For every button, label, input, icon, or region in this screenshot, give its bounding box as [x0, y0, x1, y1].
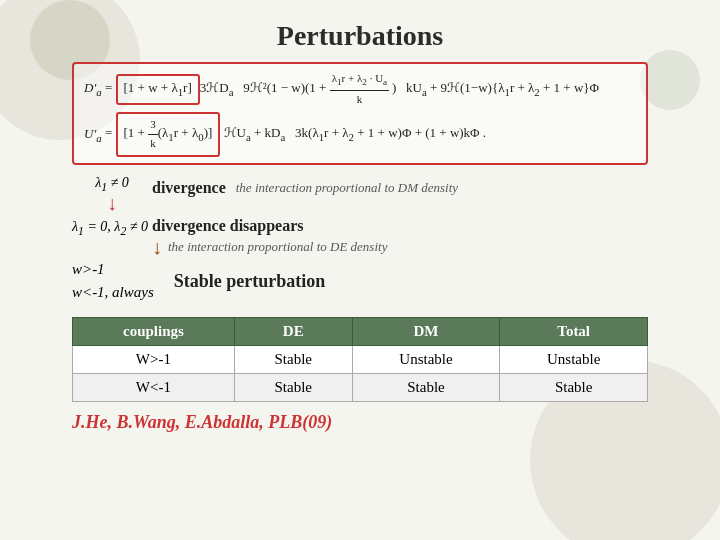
citation: J.He, B.Wang, E.Abdalla, PLB(09)	[72, 412, 648, 433]
cell-dm-0: Unstable	[352, 346, 500, 374]
table-row: W>-1StableUnstableUnstable	[73, 346, 648, 374]
results-table-section: couplings DE DM Total W>-1StableUnstable…	[72, 317, 648, 402]
w-less-label: w<-1, always	[72, 284, 154, 301]
equation-line-1: D′a = [1 + w + λ1r]3ℋDa 9ℋ²(1 − w)(1 + λ…	[84, 70, 636, 108]
cell-de-1: Stable	[234, 374, 352, 402]
col-header-couplings: couplings	[73, 318, 235, 346]
col-header-dm: DM	[352, 318, 500, 346]
lambda1-condition: λ1 ≠ 0	[95, 175, 129, 194]
col-header-total: Total	[500, 318, 648, 346]
results-table: couplings DE DM Total W>-1StableUnstable…	[72, 317, 648, 402]
equation-line-2: U′a = [1 + 3k(λ1r + λ0)] ℋUa + kDa 3k(λ1…	[84, 112, 636, 156]
stable-perturbation-label: Stable perturbation	[174, 271, 326, 292]
cell-dm-1: Stable	[352, 374, 500, 402]
dm-density-note: the interaction proportional to DM densi…	[236, 180, 458, 196]
cell-coupling-1: W<-1	[73, 374, 235, 402]
lambda12-condition: λ1 = 0, λ2 ≠ 0	[72, 219, 148, 234]
arrow-down-brown: ↓	[152, 237, 162, 257]
col-header-de: DE	[234, 318, 352, 346]
divergence-label: divergence	[152, 179, 226, 197]
divergence-disappears-label: divergence disappears	[152, 217, 304, 235]
de-density-note: the interaction proportional to DE densi…	[168, 239, 387, 255]
cell-total-0: Unstable	[500, 346, 648, 374]
cell-de-0: Stable	[234, 346, 352, 374]
cell-total-1: Stable	[500, 374, 648, 402]
table-row: W<-1StableStableStable	[73, 374, 648, 402]
arrow-down-red-1: ↓	[107, 193, 117, 213]
cell-coupling-0: W>-1	[73, 346, 235, 374]
equations-box: D′a = [1 + w + λ1r]3ℋDa 9ℋ²(1 − w)(1 + λ…	[72, 62, 648, 165]
w-greater-label: w>-1	[72, 261, 154, 278]
page-title: Perturbations	[277, 20, 443, 52]
